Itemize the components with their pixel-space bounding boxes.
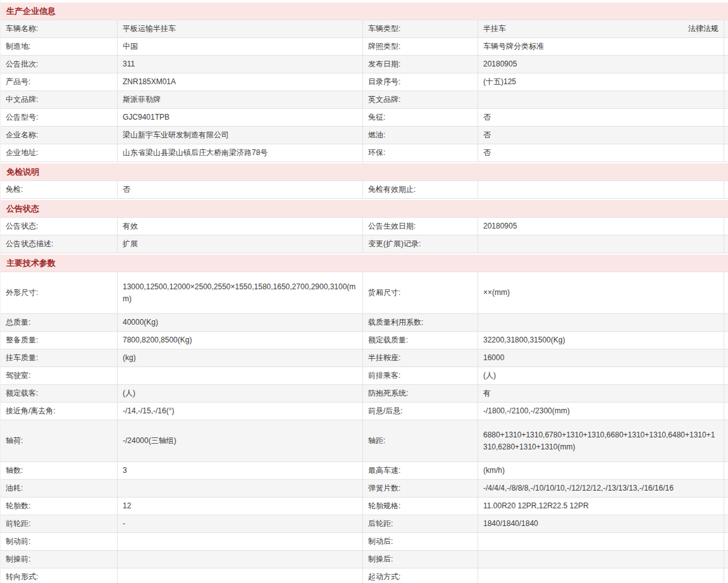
field-value: (人): [478, 367, 724, 384]
field-label: 外形尺寸:: [1, 272, 118, 313]
field-value: 40000(Kg): [118, 314, 363, 331]
field-label: 企业名称:: [1, 127, 118, 144]
field-label: 英文品牌:: [363, 91, 478, 108]
field-value: 否: [478, 109, 724, 126]
table-row: 企业地址: 山东省梁山县梁山镇后庄大桥南梁济路78号 环保: 否: [1, 144, 728, 162]
field-label: 轮胎规格:: [363, 498, 478, 515]
field-value: 斯派菲勒牌: [118, 91, 363, 108]
table-row: 制造地: 中国 牌照类型: 车辆号牌分类标准: [1, 38, 728, 56]
field-value: (km/h): [478, 462, 724, 479]
table-row: 前轮距: - 后轮距: 1840/1840/1840: [1, 515, 728, 533]
field-label: 额定载客:: [1, 385, 118, 402]
table-row: 挂车质量: (kg) 半挂鞍座: 16000: [1, 349, 728, 367]
field-value: [118, 551, 363, 568]
field-value: [478, 235, 724, 253]
field-label: 车辆名称:: [1, 20, 118, 37]
field-label: 制造地:: [1, 38, 118, 55]
field-value: -: [118, 515, 363, 532]
field-value: 梁山新宇车业研发制造有限公司: [118, 127, 363, 144]
field-value: [118, 480, 363, 497]
field-value: 12: [118, 498, 363, 515]
field-label: 最高车速:: [363, 462, 478, 479]
field-value: 20180905: [478, 56, 724, 73]
field-label: 发布日期:: [363, 56, 478, 73]
field-label: 前悬/后悬:: [363, 403, 478, 420]
table-row: 制操前: 制操后:: [1, 551, 728, 568]
table-row: 公告状态: 有效 公告生效日期: 20180905: [1, 218, 728, 235]
field-value: [118, 568, 363, 583]
field-value: 16000: [478, 349, 724, 367]
field-label: 起动方式:: [363, 568, 478, 583]
field-value: (人): [118, 385, 363, 402]
vehicle-info-table: 生产企业信息 车辆名称: 平板运输半挂车 车辆类型: 半挂车 法律法规 制造地:…: [0, 0, 728, 583]
table-row: 转向形式: 起动方式:: [1, 568, 728, 583]
field-value: 山东省梁山县梁山镇后庄大桥南梁济路78号: [118, 144, 363, 161]
field-value: 否: [478, 127, 724, 144]
field-label: 公告生效日期:: [363, 218, 478, 235]
field-value: (十五)125: [478, 73, 724, 91]
section-header-announcement-status: 公告状态: [1, 200, 728, 217]
field-label: 接近角/离去角:: [1, 403, 118, 420]
field-label: 企业地址:: [1, 144, 118, 161]
section-title: 公告状态: [6, 203, 39, 215]
field-label: 制动后:: [363, 533, 478, 550]
field-label: 制操后:: [363, 551, 478, 568]
field-value: -/24000(三轴组): [118, 420, 363, 461]
field-value: [118, 367, 363, 384]
section-exemption-info: 免检: 否 免检有效期止:: [1, 180, 728, 199]
field-value: 20180905: [478, 218, 724, 235]
field-value: 1840/1840/1840: [478, 515, 724, 532]
field-label: 公告型号:: [1, 109, 118, 126]
field-value: 7800,8200,8500(Kg): [118, 332, 363, 349]
field-value: 平板运输半挂车: [118, 20, 363, 37]
section-announcement-status: 公告状态: 有效 公告生效日期: 20180905 公告状态描述: 扩展 变更(…: [1, 217, 728, 253]
table-row: 轴荷: -/24000(三轴组) 轴距: 6880+1310+1310,6780…: [1, 420, 728, 462]
field-label: 制动前:: [1, 533, 118, 550]
table-row: 额定载客: (人) 防抱死系统: 有: [1, 385, 728, 403]
table-row: 制动前: 制动后:: [1, 533, 728, 551]
section-title: 免检说明: [6, 166, 39, 178]
field-value: 11.00R20 12PR,12R22.5 12PR: [478, 498, 724, 515]
field-value: 否: [118, 181, 363, 198]
field-label: 货厢尺寸:: [363, 272, 478, 313]
field-value: ZNR185XM01A: [118, 73, 363, 91]
field-value: 13000,12500,12000×2500,2550×1550,1580,16…: [118, 272, 363, 313]
table-row: 驾驶室: 前排乘客: (人): [1, 367, 728, 385]
field-label: 转向形式:: [1, 568, 118, 583]
field-label: 公告状态描述:: [1, 235, 118, 253]
field-label: 油耗:: [1, 480, 118, 497]
field-value: 311: [118, 56, 363, 73]
field-value: [478, 551, 724, 568]
field-value: 否: [478, 144, 724, 161]
field-label: 轴荷:: [1, 420, 118, 461]
field-label: 整备质量:: [1, 332, 118, 349]
section-header-manufacturer-info: 生产企业信息: [1, 3, 728, 20]
field-value: 中国: [118, 38, 363, 55]
field-value: 半挂车 法律法规: [478, 20, 724, 37]
law-regulations-link[interactable]: 法律法规: [688, 23, 719, 35]
table-row: 企业名称: 梁山新宇车业研发制造有限公司 燃油: 否: [1, 127, 728, 144]
field-value: [478, 91, 724, 108]
table-row: 免检: 否 免检有效期止:: [1, 181, 728, 199]
section-manufacturer-info: 车辆名称: 平板运输半挂车 车辆类型: 半挂车 法律法规 制造地: 中国 牌照类…: [1, 20, 728, 162]
field-value: 扩展: [118, 235, 363, 253]
field-value: [478, 314, 724, 331]
field-label: 公告状态:: [1, 218, 118, 235]
section-header-exemption-info: 免检说明: [1, 163, 728, 180]
field-label: 公告批次:: [1, 56, 118, 73]
field-label: 燃油:: [363, 127, 478, 144]
table-row: 公告状态描述: 扩展 变更(扩展)记录:: [1, 235, 728, 253]
field-value-text: 半挂车: [483, 23, 506, 35]
field-label: 免征:: [363, 109, 478, 126]
field-label: 牌照类型:: [363, 38, 478, 55]
field-label: 后轮距:: [363, 515, 478, 532]
field-label: 总质量:: [1, 314, 118, 331]
field-label: 防抱死系统:: [363, 385, 478, 402]
field-value: 3: [118, 462, 363, 479]
field-label: 弹簧片数:: [363, 480, 478, 497]
table-row: 油耗: 弹簧片数: -/4/4/4,-/8/8/8,-/10/10/10,-/1…: [1, 480, 728, 498]
field-value: 车辆号牌分类标准: [478, 38, 724, 55]
table-row: 外形尺寸: 13000,12500,12000×2500,2550×1550,1…: [1, 272, 728, 314]
field-value: -/14,-/15,-/16(°): [118, 403, 363, 420]
field-label: 额定载质量:: [363, 332, 478, 349]
